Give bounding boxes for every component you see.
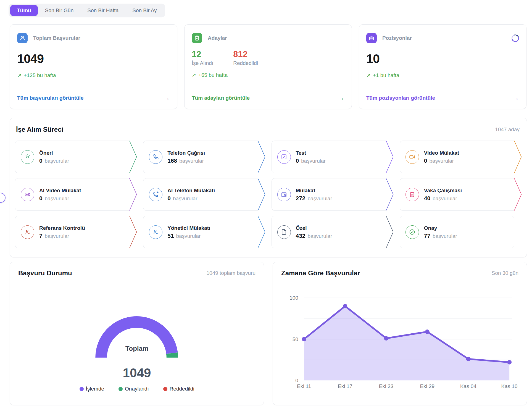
stage-count-suffix: başvurular — [173, 196, 197, 202]
arrow-right-icon: → — [164, 94, 170, 102]
legend-item-onaylandı: Onaylandı — [118, 386, 149, 392]
stage-count-suffix: başvurular — [308, 196, 332, 202]
chart-subtitle: 1049 toplam başvuru — [207, 270, 256, 276]
pipeline-stage-card[interactable]: Telefon Çağrısı 168 başvurular — [143, 141, 258, 173]
stage-count-line: 0 başvurular — [39, 157, 69, 164]
candidates-card: Adaylar 12 İşe Alındı 812 Reddedildi ↗ +… — [184, 24, 352, 109]
stage-name: Öneri — [39, 150, 69, 156]
stage-name: Onay — [424, 225, 457, 231]
chart-subtitle: Son 30 gün — [492, 270, 518, 276]
legend-label: Onaylandı — [125, 386, 149, 392]
video-plus-icon — [21, 188, 34, 201]
stage-count-suffix: başvurular — [301, 158, 326, 164]
arrow-right-icon: → — [338, 94, 344, 102]
tab-son-bir-hafta[interactable]: Son Bir Hafta — [81, 5, 125, 16]
stage-count-line: 77 başvurular — [424, 233, 457, 239]
card-header-left: Pozisyonlar — [366, 33, 412, 43]
pipeline-stage-card[interactable]: Vaka Çalışması 40 başvurular — [400, 178, 514, 211]
pipeline-stage-card[interactable]: Referans Kontrolü 7 başvurular — [15, 216, 130, 248]
legend-dot-icon — [80, 387, 84, 391]
phone-icon — [149, 150, 162, 164]
stage-count-line: 40 başvurular — [424, 195, 462, 202]
stage-text: Telefon Çağrısı 168 başvurular — [167, 150, 205, 164]
chart-title: Zamana Göre Başvurular — [281, 269, 360, 277]
stage-count-line: 0 başvurular — [39, 195, 81, 202]
arrow-right-icon: → — [513, 94, 519, 102]
stage-count-line: 168 başvurular — [167, 157, 205, 164]
tab-son-bir-gün[interactable]: Son Bir Gün — [38, 5, 80, 16]
section-title: İşe Alım Süreci — [16, 126, 63, 133]
stage-name: Referans Kontrolü — [39, 225, 85, 231]
pipeline-stage-card[interactable]: Onay 77 başvurular — [400, 216, 514, 248]
link-label: Tüm pozisyonları görüntüle — [366, 95, 435, 101]
pipeline-stage-card[interactable]: AI Video Mülakat 0 başvurular — [15, 178, 130, 211]
document-icon — [277, 225, 291, 239]
link-label: Tüm adayları görüntüle — [192, 95, 250, 101]
stage-text: Test 0 başvurular — [296, 150, 326, 164]
stage-name: Özel — [296, 225, 332, 231]
pipeline-stage-card[interactable]: Öneri 0 başvurular — [15, 141, 130, 173]
view-all-applications-link[interactable]: Tüm başvuruları görüntüle → — [17, 94, 170, 102]
svg-text:Eki 17: Eki 17 — [338, 383, 352, 389]
trend-up-icon: ↗ — [192, 72, 196, 78]
hired-label: İşe Alındı — [192, 60, 213, 66]
clipboard-check-icon — [192, 33, 202, 43]
stage-chevron-icon — [129, 141, 137, 173]
trend-up-icon: ↗ — [366, 72, 371, 78]
time-series-chart: 050100Eki 11Eki 17Eki 23Eki 29Kas 04Kas … — [273, 262, 527, 405]
pipeline-stage-card[interactable]: Yönetici Mülakatı 51 başvurular — [143, 216, 258, 248]
svg-text:Eki 29: Eki 29 — [420, 383, 434, 389]
stage-count: 40 — [424, 195, 430, 202]
user-check-icon — [21, 225, 34, 239]
stage-count-suffix: başvurular — [433, 196, 457, 202]
hired-stat: 12 İşe Alındı — [192, 49, 213, 66]
stage-chevron-icon — [258, 178, 265, 211]
card-header: Adaylar — [192, 33, 344, 43]
stage-chevron-icon — [386, 216, 394, 248]
svg-text:100: 100 — [289, 295, 298, 301]
left-edge-widget[interactable] — [0, 193, 6, 203]
trend-text: +125 bu hafta — [24, 72, 56, 78]
stage-text: Video Mülakat 0 başvurular — [424, 150, 459, 164]
legend-dot-icon — [163, 387, 167, 391]
stage-text: Özel 432 başvurular — [296, 225, 332, 239]
stage-chevron-icon — [514, 178, 522, 211]
hired-rejected-row: 12 İşe Alındı 812 Reddedildi — [192, 49, 344, 66]
total-applications-card: Toplam Başvurular 1049 ↗ +125 bu hafta T… — [10, 24, 177, 109]
svg-text:Kas 10: Kas 10 — [501, 383, 518, 389]
stage-name: Video Mülakat — [424, 150, 459, 156]
pipeline-stage-card[interactable]: Test 0 başvurular — [272, 141, 386, 173]
stage-chevron-icon — [129, 216, 137, 248]
link-label: Tüm başvuruları görüntüle — [17, 95, 84, 101]
legend-label: Reddedildi — [170, 386, 194, 392]
stage-name: Yönetici Mülakatı — [167, 225, 210, 231]
card-title: Pozisyonlar — [382, 35, 412, 41]
check-square-icon — [277, 150, 291, 164]
stage-count-line: 272 başvurular — [296, 195, 332, 202]
stage-chevron-icon — [258, 141, 265, 173]
clipboard-icon — [405, 188, 419, 201]
view-all-candidates-link[interactable]: Tüm adayları görüntüle → — [192, 94, 344, 102]
rejected-stat: 812 Reddedildi — [233, 49, 258, 66]
stage-count-suffix: başvurular — [308, 233, 332, 239]
hiring-process-section: İşe Alım Süreci 1047 aday Öneri 0 başvur… — [10, 118, 527, 257]
legend-label: İşlemde — [86, 386, 104, 392]
pipeline-stage-card[interactable]: Özel 432 başvurular — [272, 216, 386, 248]
stage-count: 7 — [39, 233, 43, 239]
calendar-icon — [277, 188, 291, 201]
stage-name: Test — [296, 150, 326, 156]
view-all-positions-link[interactable]: Tüm pozisyonları görüntüle → — [366, 94, 519, 102]
stage-name: AI Video Mülakat — [39, 188, 81, 194]
stage-name: Mülakat — [296, 188, 332, 194]
gauge-center-label: Toplam — [10, 345, 264, 352]
pipeline-stage-card[interactable]: AI Telefon Mülakatı 0 başvurular — [143, 178, 258, 211]
stage-count: 0 — [296, 157, 299, 164]
stage-text: Vaka Çalışması 40 başvurular — [424, 188, 462, 202]
stage-text: Referans Kontrolü 7 başvurular — [39, 225, 85, 239]
pipeline-stage-card[interactable]: Video Mülakat 0 başvurular — [400, 141, 514, 173]
tab-son-bir-ay[interactable]: Son Bir Ay — [126, 5, 163, 16]
tab-tümü[interactable]: Tümü — [10, 5, 38, 16]
legend-item-i̇şlemde: İşlemde — [80, 386, 104, 392]
svg-text:Eki 11: Eki 11 — [297, 383, 311, 389]
pipeline-stage-card[interactable]: Mülakat 272 başvurular — [272, 178, 386, 211]
